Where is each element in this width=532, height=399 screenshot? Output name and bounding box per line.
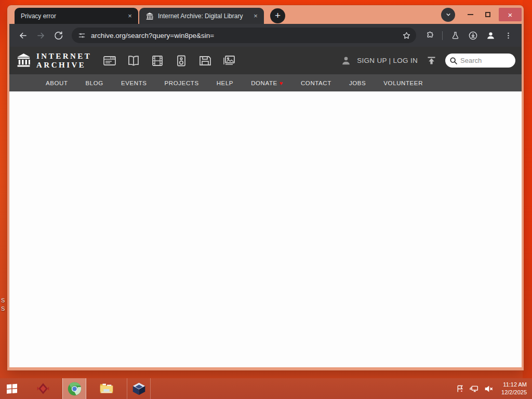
archive-search-box[interactable] — [445, 54, 515, 68]
nav-jobs[interactable]: JOBS — [349, 80, 366, 86]
software-floppy-icon[interactable] — [198, 55, 212, 67]
system-tray: 11:12 AM 12/2/2025 — [456, 381, 532, 396]
nav-help[interactable]: HELP — [217, 80, 233, 86]
network-status-icon[interactable] — [469, 384, 479, 393]
nav-volunteer[interactable]: VOLUNTEER — [383, 80, 423, 86]
nav-projects[interactable]: PROJECTS — [165, 80, 199, 86]
tab-internet-archive[interactable]: Internet Archive: Digital Library × — [139, 8, 264, 24]
audio-speaker-icon[interactable] — [175, 55, 188, 67]
address-bar[interactable]: archive.org/search?query=win8pe&sin= — [72, 28, 416, 43]
taskbar-virtualbox-button[interactable] — [127, 378, 151, 399]
chrome-icon — [67, 381, 82, 396]
volume-muted-icon[interactable] — [484, 384, 494, 393]
nav-about[interactable]: ABOUT — [46, 80, 68, 86]
tab-title: Privacy error — [21, 12, 126, 20]
tab-strip: Privacy error × Internet Archive: Digita… — [9, 5, 522, 24]
minimize-button[interactable] — [461, 8, 479, 21]
archive-favicon-icon — [145, 12, 154, 20]
tab-search-chevron-icon[interactable] — [441, 8, 455, 22]
maximize-button[interactable] — [479, 8, 497, 21]
wordmark-line2: ARCHIVE — [36, 61, 91, 69]
upload-icon[interactable] — [426, 55, 437, 66]
web-icon[interactable] — [103, 55, 116, 67]
desktop-icon-label-fragment: S — [1, 305, 5, 312]
browser-menu-kebab-icon[interactable] — [500, 27, 516, 44]
archive-building-icon — [16, 52, 32, 69]
toolbar-divider — [442, 31, 443, 40]
account-person-icon[interactable] — [340, 55, 352, 66]
downloads-icon[interactable] — [464, 27, 481, 44]
archive-nav: ABOUT BLOG EVENTS PROJECTS HELP DONATE♥ … — [9, 74, 522, 91]
archive-wordmark: INTERNET ARCHIVE — [36, 52, 91, 69]
video-film-icon[interactable] — [151, 55, 164, 67]
internet-archive-logo[interactable]: INTERNET ARCHIVE — [16, 52, 91, 69]
desktop: S S Privacy error × Internet Archive: Di… — [0, 0, 532, 399]
texts-book-icon[interactable] — [127, 55, 140, 67]
desktop-icon-label-fragment: S — [1, 297, 5, 303]
page-content — [9, 91, 522, 367]
virtualbox-icon — [131, 381, 147, 396]
taskbar-clock[interactable]: 11:12 AM 12/2/2025 — [501, 381, 527, 396]
site-settings-tune-icon[interactable] — [78, 32, 86, 39]
tab-title: Internet Archive: Digital Library — [158, 12, 251, 20]
nav-contact[interactable]: CONTACT — [301, 80, 331, 86]
browser-toolbar: archive.org/search?query=win8pe&sin= — [9, 24, 522, 47]
url-text[interactable]: archive.org/search?query=win8pe&sin= — [91, 32, 400, 39]
archive-search-input[interactable] — [460, 57, 507, 64]
forward-button[interactable] — [32, 27, 49, 44]
taskbar: 11:12 AM 12/2/2025 — [0, 378, 532, 399]
search-icon — [449, 57, 458, 65]
images-photos-icon[interactable] — [222, 55, 236, 67]
extensions-puzzle-icon[interactable] — [421, 27, 438, 44]
taskbar-app-red-icon[interactable] — [31, 378, 55, 399]
tab-close-icon[interactable]: × — [126, 12, 134, 20]
wordmark-line1: INTERNET — [36, 52, 91, 60]
action-center-flag-icon[interactable] — [456, 384, 464, 393]
profile-avatar-icon[interactable] — [482, 27, 499, 44]
nav-events[interactable]: EVENTS — [121, 80, 147, 86]
tab-close-icon[interactable]: × — [251, 12, 260, 20]
nav-donate[interactable]: DONATE♥ — [251, 80, 283, 86]
file-explorer-icon — [99, 381, 114, 396]
start-button[interactable] — [0, 378, 24, 399]
heart-icon: ♥ — [280, 80, 283, 86]
media-type-icons — [103, 55, 236, 67]
back-button[interactable] — [15, 27, 31, 44]
labs-flask-icon[interactable] — [447, 27, 463, 44]
internet-archive-header: INTERNET ARCHIVE — [9, 47, 522, 74]
window-caption-controls: × — [441, 5, 522, 24]
taskbar-file-explorer-button[interactable] — [95, 378, 118, 399]
clock-time: 11:12 AM — [501, 381, 527, 389]
nav-donate-label: DONATE — [251, 80, 277, 86]
bookmark-star-icon[interactable] — [400, 29, 413, 42]
header-right: SIGN UP | LOG IN — [340, 54, 515, 68]
taskbar-chrome-button[interactable] — [62, 378, 86, 399]
reload-button[interactable] — [50, 27, 66, 44]
signup-login-link[interactable]: SIGN UP | LOG IN — [357, 57, 418, 64]
window-close-button[interactable]: × — [499, 8, 522, 21]
browser-window: Privacy error × Internet Archive: Digita… — [7, 5, 524, 370]
clock-date: 12/2/2025 — [501, 389, 527, 396]
new-tab-button[interactable]: + — [270, 8, 285, 23]
nav-blog[interactable]: BLOG — [86, 80, 103, 86]
tab-privacy-error[interactable]: Privacy error × — [15, 8, 138, 24]
